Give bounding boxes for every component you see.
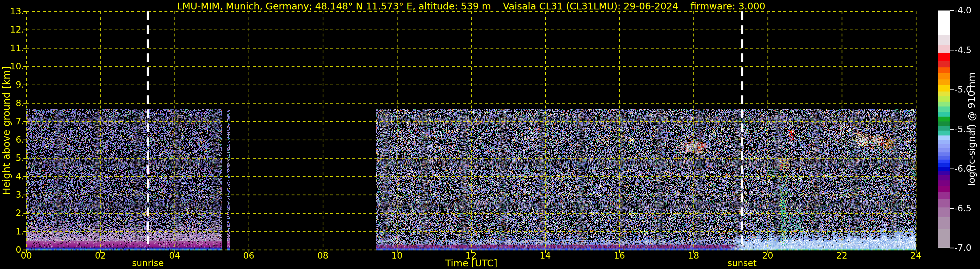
colorbar-band [938, 11, 950, 35]
colorbar-band [938, 152, 950, 156]
colorbar-band [938, 175, 950, 181]
y-tick-label: 1. [0, 226, 24, 237]
x-tick-label: 14 [532, 251, 558, 261]
y-tick-label: 8. [0, 98, 24, 109]
y-tick-label: 2. [0, 208, 24, 218]
colorbar-band [938, 144, 950, 148]
colorbar-band [938, 96, 950, 102]
ceilometer-quicklook: LMU-MIM, Munich, Germany; 48.148° N 11.5… [0, 0, 980, 269]
colorbar-band [938, 73, 950, 80]
colorbar-band [938, 229, 950, 248]
backscatter-heatmap-canvas [0, 0, 980, 269]
colorbar-band [938, 85, 950, 91]
colorbar-band [938, 192, 950, 199]
colorbar-band [938, 171, 950, 176]
colorbar-band [938, 131, 950, 135]
y-tick-label: 4. [0, 171, 24, 182]
colorbar-band [938, 122, 950, 126]
colorbar-band [938, 45, 950, 53]
colorbar-band [938, 140, 950, 144]
x-tick-label: 04 [162, 251, 188, 261]
colorbar-band [938, 199, 950, 207]
y-tick-label: 3. [0, 189, 24, 200]
colorbar-band [938, 186, 950, 192]
colorbar-band [938, 53, 950, 61]
colorbar-band [938, 156, 950, 160]
colorbar-band [938, 80, 950, 86]
colorbar-band [938, 167, 950, 171]
y-tick-label: 10. [0, 61, 24, 72]
colorbar-band [938, 102, 950, 107]
x-tick-label: 20 [755, 251, 781, 261]
colorbar-band [938, 67, 950, 74]
colorbar-band [938, 126, 950, 131]
colorbar-band [938, 148, 950, 152]
y-tick-label: 11. [0, 43, 24, 53]
colorbar-band [938, 217, 950, 229]
colorbar-label: log(rc-signal) @ 910 nm [966, 10, 980, 248]
colorbar [938, 10, 950, 248]
x-tick-label: 08 [310, 251, 336, 261]
x-tick-label: 22 [829, 251, 855, 261]
x-tick-label: 02 [88, 251, 113, 261]
colorbar-band [938, 35, 950, 45]
colorbar-band [938, 163, 950, 167]
y-tick-label: 0. [0, 245, 24, 255]
y-tick-label: 9. [0, 80, 24, 90]
x-tick-label: 18 [681, 251, 706, 261]
y-tick-label: 12. [0, 24, 24, 35]
colorbar-band [938, 136, 950, 140]
y-tick-label: 5. [0, 153, 24, 163]
colorbar-band [938, 117, 950, 121]
colorbar-band [938, 106, 950, 112]
x-tick-label: 16 [606, 251, 633, 261]
x-tick-label: 10 [384, 251, 410, 261]
x-tick-label: 06 [235, 251, 262, 261]
x-tick-label: 12 [458, 251, 484, 261]
y-tick-label: 7. [0, 116, 24, 126]
colorbar-band [938, 61, 950, 67]
colorbar-band [938, 112, 950, 117]
colorbar-band [938, 160, 950, 163]
y-tick-label: 13. [0, 6, 24, 17]
colorbar-band [938, 207, 950, 217]
colorbar-band [938, 91, 950, 97]
colorbar-band [938, 181, 950, 186]
y-tick-label: 6. [0, 134, 24, 145]
x-tick-label: 24 [903, 251, 929, 261]
